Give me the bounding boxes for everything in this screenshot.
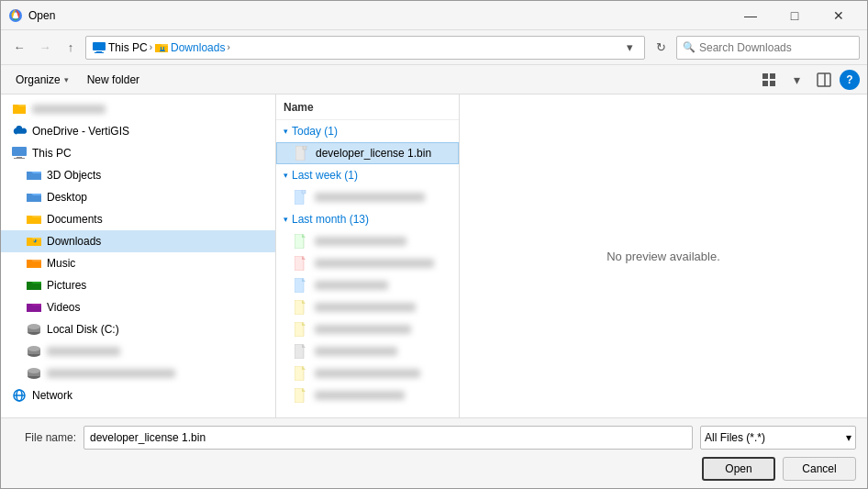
pc-icon: [92, 40, 106, 55]
file-item-lm1-label: [315, 237, 406, 246]
file-item-lm1[interactable]: [276, 230, 459, 252]
search-input[interactable]: [699, 41, 853, 54]
svg-rect-6: [770, 73, 775, 79]
nav-item-music-label: Music: [47, 257, 75, 270]
minimize-button[interactable]: —: [729, 2, 772, 29]
file-list-header: Name: [276, 94, 459, 120]
up-button[interactable]: ↑: [60, 37, 82, 59]
action-buttons: Open Cancel: [12, 457, 856, 481]
nav-item-music[interactable]: Music: [1, 252, 275, 274]
nav-item-downloads[interactable]: Downloads: [1, 230, 275, 252]
search-box[interactable]: 🔍: [676, 36, 860, 60]
file-item-lm7[interactable]: [276, 362, 459, 384]
folder-videos-icon: [27, 300, 41, 315]
cancel-button[interactable]: Cancel: [783, 457, 856, 481]
refresh-button[interactable]: ↻: [649, 36, 673, 60]
lm7-icon: [295, 366, 309, 381]
new-folder-button[interactable]: New folder: [80, 69, 147, 91]
file-item-lw1-label: [315, 193, 425, 202]
folder-3d-icon: [27, 168, 41, 183]
folder-documents-icon: [27, 212, 41, 227]
nav-item-3dobjects-label: 3D Objects: [47, 169, 101, 182]
maximize-button[interactable]: □: [773, 2, 816, 29]
nav-item-network[interactable]: Network: [1, 384, 275, 406]
nav-item-blurred1-label: [47, 347, 120, 356]
file-item-lm2[interactable]: [276, 252, 459, 274]
nav-item-desktop-label: Desktop: [47, 191, 87, 204]
view-toggle-button[interactable]: ▾: [785, 69, 808, 91]
nav-item-pinned[interactable]: [1, 98, 275, 120]
filetype-label: All Files (*.*): [705, 431, 765, 444]
file-item-devlicense[interactable]: developer_license 1.bin: [276, 142, 459, 164]
nav-item-onedrive[interactable]: OneDrive - VertiGIS: [1, 120, 275, 142]
file-item-lm3[interactable]: [276, 274, 459, 296]
lm4-icon: [295, 300, 309, 315]
address-box[interactable]: This PC › Downloads › ▾: [85, 36, 645, 60]
filename-input[interactable]: [83, 426, 693, 450]
nav-item-onedrive-label: OneDrive - VertiGIS: [32, 125, 129, 138]
section-lastmonth[interactable]: ▾ Last month (13): [276, 208, 459, 230]
back-button[interactable]: ←: [8, 37, 30, 59]
help-button[interactable]: ?: [840, 70, 860, 90]
network-icon: [12, 388, 27, 403]
lw1-icon: [295, 190, 309, 205]
file-item-lm4[interactable]: [276, 296, 459, 318]
file-item-lm2-label: [315, 259, 434, 268]
view-button[interactable]: [757, 69, 781, 91]
svg-rect-8: [770, 81, 775, 86]
nav-item-blurred2[interactable]: [1, 362, 275, 384]
nav-item-pictures[interactable]: Pictures: [1, 274, 275, 296]
nav-item-thispc-label: This PC: [32, 147, 72, 160]
lm1-icon: [295, 234, 309, 249]
svg-rect-29: [302, 190, 306, 194]
open-button[interactable]: Open: [702, 457, 775, 481]
nav-item-videos[interactable]: Videos: [1, 296, 275, 318]
svg-point-22: [28, 368, 40, 373]
file-item-lm7-label: [315, 369, 420, 378]
thispc-icon: [12, 146, 27, 161]
address-bar: ← → ↑ This PC › Downloads: [1, 30, 867, 65]
bin-file-icon: [295, 146, 310, 161]
filename-label: File name:: [12, 431, 76, 444]
svg-point-19: [28, 346, 40, 351]
svg-rect-27: [303, 146, 306, 150]
forward-button[interactable]: →: [34, 37, 56, 59]
svg-point-16: [28, 324, 40, 329]
file-item-lm6[interactable]: [276, 340, 459, 362]
section-lastweek-label: Last week (1): [292, 169, 358, 182]
svg-rect-7: [762, 81, 768, 86]
nav-item-3dobjects[interactable]: 3D Objects: [1, 164, 275, 186]
nav-item-pinned-label: [32, 105, 106, 114]
nav-item-pictures-label: Pictures: [47, 279, 86, 292]
file-item-lw1[interactable]: [276, 186, 459, 208]
section-lastweek[interactable]: ▾ Last week (1): [276, 164, 459, 186]
nav-item-thispc[interactable]: This PC: [1, 142, 275, 164]
disk-icon: [27, 322, 41, 337]
nav-item-localdisk[interactable]: Local Disk (C:): [1, 318, 275, 340]
address-dropdown-button[interactable]: ▾: [620, 39, 639, 57]
name-column-header: Name: [284, 101, 314, 114]
nav-item-blurred1[interactable]: [1, 340, 275, 362]
file-item-lm6-label: [315, 347, 397, 356]
organize-button[interactable]: Organize ▾: [8, 69, 76, 91]
nav-item-desktop[interactable]: Desktop: [1, 186, 275, 208]
filetype-chevron: ▾: [846, 431, 851, 444]
search-icon: 🔍: [683, 41, 696, 53]
folder-pinned-icon: [12, 102, 27, 117]
organize-chevron: ▾: [64, 75, 69, 84]
file-item-lm5-label: [315, 325, 411, 334]
nav-item-blurred2-label: [47, 369, 175, 378]
preview-text: No preview available.: [606, 250, 720, 263]
left-nav: OneDrive - VertiGIS This PC 3D Objects: [1, 94, 276, 417]
file-item-lm5[interactable]: [276, 318, 459, 340]
nav-item-documents[interactable]: Documents: [1, 208, 275, 230]
file-item-lm8[interactable]: [276, 384, 459, 406]
close-button[interactable]: ✕: [818, 2, 860, 29]
svg-rect-2: [93, 42, 106, 50]
section-today-label: Today (1): [292, 125, 338, 138]
lm8-icon: [295, 388, 309, 403]
filetype-select[interactable]: All Files (*.*) ▾: [700, 426, 856, 450]
preview-pane-button[interactable]: [812, 69, 836, 91]
svg-rect-11: [12, 147, 27, 156]
section-today[interactable]: ▾ Today (1): [276, 120, 459, 142]
